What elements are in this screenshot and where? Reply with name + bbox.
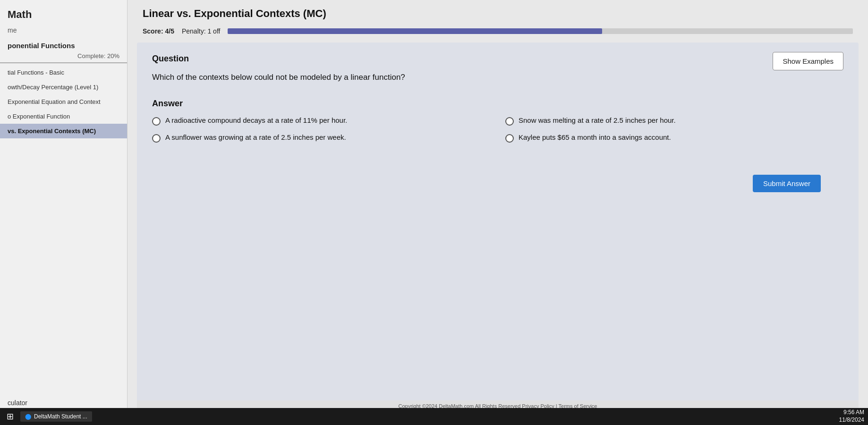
sidebar-item-growth-decay[interactable]: owth/Decay Percentage (Level 1) bbox=[0, 80, 127, 94]
progress-filled bbox=[228, 28, 602, 34]
answer-heading: Answer bbox=[152, 99, 843, 109]
penalty-text: Penalty: 1 off bbox=[182, 27, 220, 35]
radio-a[interactable] bbox=[152, 117, 161, 126]
show-examples-button[interactable]: Show Examples bbox=[773, 52, 843, 70]
question-text: Which of the contexts below could not be… bbox=[152, 71, 843, 84]
radio-c[interactable] bbox=[152, 134, 161, 143]
sidebar-section-title: ponential Functions bbox=[0, 36, 127, 51]
sidebar-item-vs-exponential[interactable]: vs. Exponential Contexts (MC) bbox=[0, 124, 127, 138]
score-bar-row: Score: 4/5 Penalty: 1 off bbox=[143, 27, 853, 35]
clock-time: 9:56 AM bbox=[839, 409, 864, 416]
main-header: Linear vs. Exponential Contexts (MC) Sco… bbox=[128, 0, 868, 42]
sidebar-title: Math bbox=[0, 0, 127, 25]
clock-date: 11/8/2024 bbox=[839, 416, 864, 424]
taskbar: ⊞ ⬤ DeltaMath Student ... 9:56 AM 11/8/2… bbox=[0, 408, 868, 425]
question-heading: Question bbox=[152, 54, 843, 64]
submit-answer-button[interactable]: Submit Answer bbox=[753, 175, 821, 192]
answer-text-c: A sunflower was growing at a rate of 2.5… bbox=[165, 133, 346, 141]
answer-option-c[interactable]: A sunflower was growing at a rate of 2.5… bbox=[152, 133, 490, 143]
answer-text-d: Kaylee puts $65 a month into a savings a… bbox=[519, 133, 671, 141]
taskbar-clock: 9:56 AM 11/8/2024 bbox=[839, 409, 864, 424]
sidebar-me-label: me bbox=[0, 25, 127, 36]
answer-option-a[interactable]: A radioactive compound decays at a rate … bbox=[152, 116, 490, 126]
answer-text-b: Snow was melting at a rate of 2.5 inches… bbox=[519, 116, 676, 124]
page-title: Linear vs. Exponential Contexts (MC) bbox=[143, 8, 853, 20]
sidebar-item-exponential-function[interactable]: o Exponential Function bbox=[0, 109, 127, 124]
answer-option-b[interactable]: Snow was melting at a rate of 2.5 inches… bbox=[505, 116, 843, 126]
answer-text-a: A radioactive compound decays at a rate … bbox=[165, 116, 347, 124]
answers-grid: A radioactive compound decays at a rate … bbox=[152, 116, 843, 143]
taskbar-deltaMath-label: DeltaMath Student ... bbox=[34, 413, 87, 420]
sidebar: Math me ponential Functions Complete: 20… bbox=[0, 0, 128, 425]
sidebar-item-equation-context[interactable]: Exponential Equation and Context bbox=[0, 94, 127, 109]
taskbar-deltaMath[interactable]: ⬤ DeltaMath Student ... bbox=[20, 411, 92, 422]
sidebar-complete: Complete: 20% bbox=[0, 51, 127, 63]
progress-empty bbox=[604, 28, 853, 34]
sidebar-item-basic[interactable]: tial Functions - Basic bbox=[0, 65, 127, 80]
content-area: Show Examples Question Which of the cont… bbox=[137, 42, 859, 416]
radio-b[interactable] bbox=[505, 117, 514, 126]
score-text: Score: 4/5 bbox=[143, 27, 174, 35]
start-button[interactable]: ⊞ bbox=[4, 410, 17, 423]
answer-option-d[interactable]: Kaylee puts $65 a month into a savings a… bbox=[505, 133, 843, 143]
progress-bar bbox=[228, 28, 853, 34]
radio-d[interactable] bbox=[505, 134, 514, 143]
taskbar-deltaMath-icon: ⬤ bbox=[25, 413, 31, 420]
sidebar-calculator: culator bbox=[8, 399, 119, 407]
main-content: Linear vs. Exponential Contexts (MC) Sco… bbox=[128, 0, 868, 425]
